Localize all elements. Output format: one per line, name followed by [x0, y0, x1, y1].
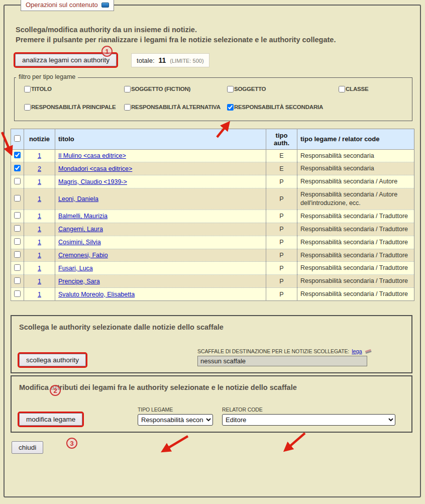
- titolo-link[interactable]: Cangemi, Laura: [58, 226, 103, 233]
- titolo-link[interactable]: Leoni, Daniela: [58, 195, 98, 203]
- table-row: 1 Cremonesi, Fabio P Responsabilità seco…: [11, 249, 414, 262]
- titolo-link[interactable]: Magris, Claudio <1939->: [58, 178, 127, 185]
- header-tipo-auth: tipo auth.: [266, 129, 297, 149]
- tipo-auth-value: P: [266, 236, 297, 249]
- tipo-auth-value: P: [266, 275, 297, 288]
- modifica-row: modifica legame TIPO LEGAME Responsabili…: [19, 407, 404, 426]
- close-button[interactable]: chiudi: [12, 441, 43, 454]
- tipo-auth-value: P: [266, 175, 297, 188]
- results-tbody: 1 Il Mulino <casa editrice> E Responsabi…: [11, 149, 414, 301]
- notizie-count-link[interactable]: 1: [38, 152, 41, 159]
- scaffale-destination-input[interactable]: [197, 356, 367, 366]
- filter-checkbox-item[interactable]: RESPONSABILITÀ PRINCIPALE: [24, 104, 124, 111]
- annotation-step-1: 1: [101, 46, 113, 57]
- notizie-count-link[interactable]: 1: [38, 195, 41, 203]
- filter-checkbox-label: RESPONSABILITÀ PRINCIPALE: [31, 104, 116, 110]
- filter-checkbox-label: SOGGETTO (FICTION): [131, 86, 190, 92]
- row-checkbox[interactable]: [14, 195, 21, 201]
- table-row: 1 Svaluto Moreolo, Elisabetta P Responsa…: [11, 288, 414, 301]
- notizie-count-link[interactable]: 1: [38, 278, 41, 285]
- row-checkbox[interactable]: [14, 178, 21, 184]
- filter-checkbox-label: SOGGETTO: [234, 86, 266, 92]
- filter-grid: TITOLOSOGGETTO (FICTION)SOGGETTOCLASSERE…: [24, 86, 407, 111]
- modifica-box: Modifica attributi dei legami fra le aut…: [11, 375, 412, 433]
- row-checkbox[interactable]: [14, 290, 21, 297]
- tipo-legame-value: Responsabilità secondaria / Traduttore: [297, 275, 414, 288]
- notizie-count-link[interactable]: 1: [38, 239, 41, 246]
- filter-checkbox-item[interactable]: RESPONSABILITÀ ALTERNATIVA: [124, 104, 227, 111]
- titolo-link[interactable]: Svaluto Moreolo, Elisabetta: [58, 291, 135, 298]
- row-checkbox[interactable]: [14, 225, 21, 232]
- modifica-heading: Modifica attributi dei legami fra le aut…: [19, 383, 404, 391]
- scollega-authority-button[interactable]: scollega authority: [19, 354, 86, 366]
- titolo-link[interactable]: Cremonesi, Fabio: [58, 252, 108, 259]
- relator-code-select[interactable]: Editore: [222, 414, 395, 426]
- filter-checkbox[interactable]: [227, 104, 234, 111]
- panel-title: Operazioni sul contenuto: [26, 1, 98, 9]
- titolo-link[interactable]: Mondadori <casa editrice>: [58, 165, 132, 172]
- notizie-count-link[interactable]: 1: [38, 213, 41, 220]
- notizie-count-link[interactable]: 1: [38, 226, 41, 233]
- annotation-step-2: 2: [50, 385, 61, 396]
- filter-checkbox[interactable]: [24, 86, 31, 92]
- tipo-auth-value: P: [266, 223, 297, 236]
- scollega-box: Scollega le authority selezionate dalle …: [11, 315, 412, 373]
- notizie-count-link[interactable]: 2: [38, 165, 41, 172]
- titolo-link[interactable]: Il Mulino <casa editrice>: [58, 152, 126, 159]
- panel-legend: Operazioni sul contenuto: [21, 0, 114, 11]
- notizie-count-link[interactable]: 1: [38, 178, 41, 185]
- relator-code-label: RELATOR CODE: [222, 407, 395, 413]
- table-row: 1 Prencipe, Sara P Responsabilità second…: [11, 275, 414, 288]
- filter-checkbox-label: TITOLO: [31, 86, 52, 92]
- eraser-icon[interactable]: [365, 349, 372, 354]
- row-checkbox[interactable]: [14, 165, 21, 171]
- table-row: 1 Magris, Claudio <1939-> P Responsabili…: [11, 175, 414, 188]
- filter-checkbox[interactable]: [124, 86, 131, 92]
- filter-checkbox[interactable]: [339, 86, 345, 92]
- filter-checkbox-item[interactable]: TITOLO: [24, 86, 124, 92]
- notizie-count-link[interactable]: 1: [38, 265, 41, 272]
- filter-checkbox-item[interactable]: CLASSE: [339, 86, 407, 92]
- tipo-legame-value: Responsabilità secondaria: [297, 149, 414, 162]
- titolo-link[interactable]: Cosimini, Silvia: [58, 239, 101, 246]
- results-table: notizie titolo tipo auth. tipo legame / …: [11, 129, 414, 301]
- tipo-legame-value: Responsabilità secondaria / Traduttore: [297, 262, 414, 275]
- annotation-step-3: 3: [66, 438, 77, 449]
- select-all-checkbox[interactable]: [14, 135, 21, 142]
- filter-checkbox-label: RESPONSABILITÀ SECONDARIA: [234, 104, 323, 110]
- table-row: 1 Balmelli, Maurizia P Responsabilità se…: [11, 210, 414, 223]
- filter-checkbox-item[interactable]: SOGGETTO (FICTION): [124, 86, 227, 92]
- filter-checkbox[interactable]: [227, 86, 234, 92]
- filter-checkbox-label: RESPONSABILITÀ ALTERNATIVA: [131, 104, 221, 110]
- tipo-auth-value: E: [266, 149, 297, 162]
- lega-link[interactable]: lega: [352, 348, 362, 354]
- notizie-count-link[interactable]: 1: [38, 291, 41, 298]
- notizie-count-link[interactable]: 1: [38, 252, 41, 259]
- row-checkbox[interactable]: [14, 238, 21, 245]
- row-checkbox[interactable]: [14, 212, 21, 219]
- filter-checkbox[interactable]: [124, 104, 131, 111]
- row-checkbox[interactable]: [14, 277, 21, 284]
- analyze-links-button[interactable]: analizza legami con authority: [15, 54, 117, 66]
- filter-checkbox-item[interactable]: SOGGETTO: [227, 86, 339, 92]
- tipo-auth-value: P: [266, 262, 297, 275]
- tipo-legame-select[interactable]: Responsabilità secondaria: [138, 414, 213, 426]
- titolo-link[interactable]: Balmelli, Maurizia: [58, 213, 108, 220]
- intro-text: Scollega/modifica authority da un insiem…: [16, 25, 410, 45]
- tipo-legame-value: Responsabilità secondaria / Autore: [297, 175, 414, 188]
- table-row: 2 Mondadori <casa editrice> E Responsabi…: [11, 162, 414, 175]
- tipo-legame-value: Responsabilità secondaria / Traduttore: [297, 288, 414, 301]
- titolo-link[interactable]: Prencipe, Sara: [58, 278, 100, 285]
- filter-checkbox-item[interactable]: RESPONSABILITÀ SECONDARIA: [227, 104, 339, 111]
- tipo-auth-value: E: [266, 162, 297, 175]
- titolo-link[interactable]: Fusari, Luca: [58, 265, 93, 272]
- row-checkbox[interactable]: [14, 264, 21, 271]
- modifica-legame-button[interactable]: modifica legame: [19, 413, 82, 426]
- filter-checkbox[interactable]: [24, 104, 31, 111]
- tipo-legame-label: TIPO LEGAME: [138, 407, 213, 413]
- minimize-icon[interactable]: [101, 3, 109, 8]
- tipo-legame-value: Responsabilità secondaria / Traduttore: [297, 210, 414, 223]
- row-checkbox[interactable]: [14, 152, 21, 158]
- row-checkbox[interactable]: [14, 251, 21, 258]
- intro-line2: Premere il pulsante per rianalizzare i l…: [16, 35, 410, 45]
